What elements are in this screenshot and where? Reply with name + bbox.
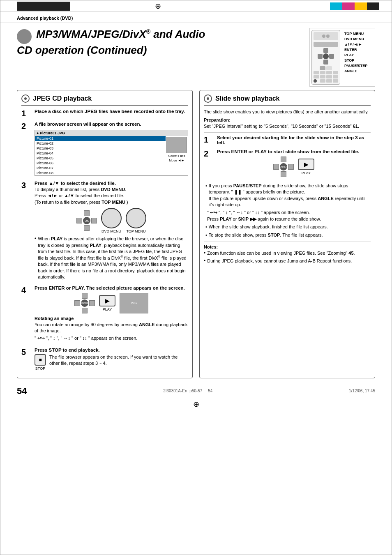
cd-icon-slideshow (204, 94, 212, 103)
jpeg-step-3-content: Press ▲/▼ to select the desired file. To… (35, 181, 188, 282)
ss-step-1-title: Select your desired starting file for th… (217, 135, 371, 145)
step4-buttons: ENTER ▶ PLAY IMG (35, 293, 188, 313)
jpeg-step-2: 2 A file browser screen will appear on t… (21, 122, 188, 177)
ss-enter-btn: ENTER (273, 157, 294, 177)
fb-row-4: Picture-04 (35, 151, 166, 156)
notes-divider (204, 242, 371, 242)
section-label: Advanced playback (DVD) (17, 16, 73, 21)
jpeg-step-2-title: A file browser screen will appear on the… (35, 122, 188, 127)
rotating-title: Rotating an image (35, 316, 188, 321)
notes-title: Notes: (204, 244, 371, 249)
color-bars (330, 2, 379, 10)
page-number: 54 (17, 386, 27, 396)
jpeg-step-2-content: A file browser screen will appear on the… (35, 122, 188, 177)
dvd-menu-label: DVD MENU (101, 229, 121, 233)
reg-mark-top: ⊕ (155, 2, 161, 11)
fb-row-selected: Picture-01 (35, 136, 166, 141)
remote-labels: TOP MENU DVD MENU ▲/▼/◄/► ENTER PLAY STO… (344, 30, 367, 75)
ss-bullet-1: • If you press PAUSE/STEP during the sli… (205, 183, 371, 208)
ss-step-1-content: Select your desired starting file for th… (217, 135, 371, 146)
image-thumbnail: IMG (120, 293, 148, 313)
remote-svg: TOP MENU DVD MENU ▲/▼/◄/► ENTER PLAY STO… (311, 30, 373, 85)
jpeg-step-4-content: Press ENTER or PLAY. The selected pictur… (35, 286, 188, 344)
remote-label-stop: STOP (344, 58, 367, 62)
rotating-body: You can rotate an image by 90 degrees by… (35, 322, 188, 334)
note-2-text: During JPEG playback, you cannot use Jum… (207, 258, 352, 264)
step-num-5: 5 (21, 348, 31, 357)
jpeg-step-3: 3 Press ▲/▼ to select the desired file. … (21, 181, 188, 282)
fb-row-2: Picture-02 (35, 141, 166, 146)
main-title: MP3/WMA/JPEG/DivX® and Audio CD operatio… (17, 28, 205, 56)
top-menu-btn (126, 208, 146, 228)
color-magenta (342, 2, 355, 10)
step3-buttons: OK DVD MENU TOP MENU (35, 208, 188, 233)
remote-label-pause: PAUSE/STEP (344, 64, 367, 68)
jpeg-step-5-body: The file browser appears on the screen. … (49, 354, 188, 367)
preparation-body: Set "JPEG Interval" setting to "5 Second… (204, 123, 371, 129)
ss-step-num-1: 1 (204, 135, 214, 145)
ss-bullet-3-text: When the slide show playback, finished t… (209, 224, 328, 230)
slideshow-heading-text: Slide show playback (215, 95, 280, 102)
ss-bullet-2-text: " ↩↪ ", " ↕ ", " ↔↕ " or " ↕↕ " appears … (207, 210, 321, 222)
jpeg-step-4: 4 Press ENTER or PLAY. The selected pict… (21, 286, 188, 344)
remote-label-play: PLAY (344, 53, 367, 57)
color-black-bar (367, 2, 379, 10)
step-num-4: 4 (21, 286, 31, 295)
title-block: MP3/WMA/JPEG/DivX® and Audio CD operatio… (0, 23, 392, 90)
slideshow-heading: Slide show playback (204, 94, 371, 106)
header-section: Advanced playback (DVD) (0, 12, 392, 23)
remote-diagram: TOP MENU DVD MENU ▲/▼/◄/► ENTER PLAY STO… (309, 28, 375, 87)
fb-row-3: Picture-03 (35, 146, 166, 151)
ss-step-2: 2 Press ENTER or PLAY to start slide sho… (204, 149, 371, 180)
preparation-label: Preparation: (204, 117, 371, 122)
remote-label-angle: ANGLE (344, 69, 367, 73)
note-1-text: Zoom function also can be used in viewin… (207, 250, 355, 256)
footer-file: 2I30301A-En_p50-57 (163, 389, 202, 393)
file-browser-header: ● Picture01.JPG (35, 130, 188, 136)
ss-play-label: PLAY (302, 171, 311, 175)
ss-step-num-2: 2 (204, 149, 214, 159)
ss-bullet-3: • When the slide show playback, finished… (205, 224, 371, 230)
divider (204, 132, 371, 133)
title-text-area: MP3/WMA/JPEG/DivX® and Audio CD operatio… (17, 28, 297, 57)
ss-step-2-title: Press ENTER or PLAY to start slide show … (217, 149, 371, 154)
stop-label: STOP (35, 366, 45, 371)
fb-row-5: Picture-05 (35, 156, 166, 161)
jpeg-step-3-body: To display a thumbnail list, press DVD M… (35, 187, 188, 205)
top-bar: ⊕ (0, 0, 392, 12)
jpeg-step-3-title: Press ▲/▼ to select the desired file. (35, 181, 188, 186)
title-line1: MP3/WMA/JPEG/DivX® and Audio (36, 28, 205, 40)
jpeg-heading-text: JPEG CD playback (33, 95, 92, 102)
ss-bullet-4-text: To stop the slide show, press STOP. The … (209, 232, 323, 238)
ss-bullets: • If you press PAUSE/STEP during the sli… (205, 183, 371, 238)
play-btn-step4: ▶ (99, 295, 115, 306)
jpeg-step-5-title: Press STOP to end playback. (35, 348, 188, 352)
fb-row-8: Picture-08 (35, 170, 166, 175)
rotating-icons: " ↩↪ ", " ↕ ", " ↔↕ " or " ↕↕ " appears … (35, 335, 188, 341)
jpeg-heading: JPEG CD playback (21, 94, 188, 106)
jpeg-step-1: 1 Place a disc on which JPEG files have … (21, 109, 188, 118)
thumbnail-1 (166, 137, 187, 153)
footer-right: 1/12/06, 17:45 (349, 389, 375, 393)
ss-step2-buttons: ENTER ▶ PLAY (217, 157, 371, 177)
step-num-1: 1 (21, 109, 31, 118)
reg-mark-bottom: ⊕ (0, 400, 392, 411)
main-columns: JPEG CD playback 1 Place a disc on which… (0, 90, 392, 378)
jpeg-step-1-content: Place a disc on which JPEG files have be… (35, 109, 188, 115)
file-browser-area: ● Picture01.JPG Picture-01 Picture-02 Pi… (35, 128, 188, 177)
stop-btn: ■ (35, 354, 46, 366)
remote-label-dvd-menu: DVD MENU (344, 37, 367, 41)
ss-bullet-4: • To stop the slide show, press STOP. Th… (205, 232, 371, 238)
jpeg-section: JPEG CD playback 1 Place a disc on which… (17, 90, 193, 378)
jpeg-bullet-1: • When PLAY is pressed after displaying … (35, 236, 188, 280)
jpeg-step-5: 5 Press STOP to end playback. ■ STOP The… (21, 348, 188, 371)
top-menu-label: TOP MENU (126, 229, 145, 233)
remote-label-arrows: ▲/▼/◄/► (344, 42, 367, 46)
step-num-3: 3 (21, 181, 31, 190)
note-2: • During JPEG playback, you cannot use J… (204, 258, 371, 264)
slideshow-intro: The slide show enables you to view pictu… (204, 109, 371, 115)
footer-page: 54 (208, 389, 212, 393)
jpeg-step-4-title: Press ENTER or PLAY. The selected pictur… (35, 286, 188, 290)
jpeg-step-5-content: Press STOP to end playback. ■ STOP The f… (35, 348, 188, 371)
jpeg-step-1-title: Place a disc on which JPEG files have be… (35, 109, 188, 114)
